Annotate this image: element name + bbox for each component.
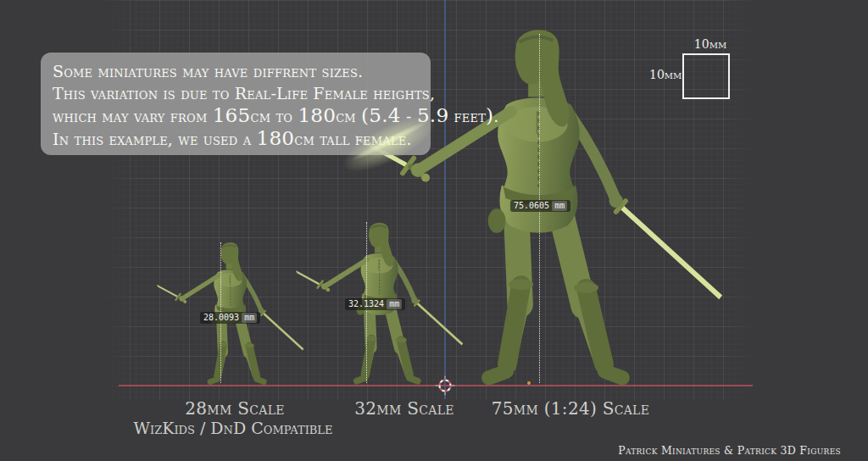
info-line: In this example, we used a 180cm tall fe…	[53, 127, 431, 150]
info-line: Some miniatures may have diffrent sizes.	[53, 60, 431, 82]
measurement-value: 32.1324	[348, 299, 384, 309]
credit-text: Patrick Miniatures & Patrick 3D Figures	[618, 444, 841, 457]
measurement-unit: mm	[552, 201, 567, 211]
info-box: Some miniatures may have diffrent sizes.…	[41, 53, 431, 155]
reference-square	[682, 53, 730, 99]
measurement-unit: mm	[242, 313, 257, 323]
reference-square-side-label: 10mm	[649, 68, 682, 81]
scale-label-28mm: 28mm Scale	[185, 398, 285, 419]
info-line: which may vary from 165cm to 180cm (5.4 …	[53, 104, 431, 127]
scale-label-75mm: 75mm (1:24) Scale	[492, 398, 650, 419]
info-line: This variation is due to Real-Life Femal…	[53, 82, 431, 104]
measurement-value: 75.0605	[514, 201, 549, 211]
measurement-value: 28.0093	[203, 313, 239, 323]
measurement-label-75mm: 75.0605 mm	[510, 200, 570, 212]
scale-sublabel-28mm: WizKids / DnD Compatible	[134, 419, 333, 437]
3d-cursor-icon[interactable]	[434, 375, 456, 397]
object-origin-dot	[527, 381, 531, 385]
measurement-label-28mm: 28.0093 mm	[200, 312, 260, 324]
scale-label-32mm: 32mm Scale	[354, 398, 454, 419]
reference-square-top-label: 10mm	[694, 37, 726, 51]
measurement-unit: mm	[387, 299, 402, 309]
3d-viewport[interactable]: 28.0093 mm 32.1324 mm 75.0605 mm Some mi…	[0, 0, 868, 461]
measurement-label-32mm: 32.1324 mm	[345, 298, 405, 310]
